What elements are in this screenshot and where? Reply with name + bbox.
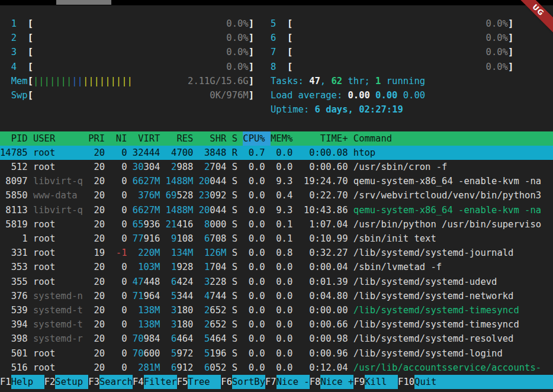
column-header-mem[interactable]: MEM% bbox=[271, 131, 292, 146]
cell-user: root bbox=[33, 361, 55, 375]
process-row-539[interactable]: 539systemd-t200138M31802652S0.00.00:00.0… bbox=[0, 303, 553, 317]
cell-mem: 0.0 bbox=[276, 160, 292, 174]
meter-bar: | bbox=[38, 74, 44, 88]
process-row-394[interactable]: 394systemd-t200138M31802652S0.00.00:00.6… bbox=[0, 317, 553, 332]
cell-res: 69 bbox=[166, 188, 177, 203]
window-top-strip bbox=[0, 0, 553, 5]
cpu6-meter-value: 0.0% bbox=[486, 31, 508, 45]
cell-virt: 448 bbox=[143, 275, 160, 289]
cell-res: 928 bbox=[176, 260, 193, 274]
cell-shr: 464 bbox=[210, 332, 226, 346]
cell-ni: 0 bbox=[121, 332, 127, 346]
cell-mem: 0.1 bbox=[276, 232, 292, 246]
cpu4-meter-label: 4 bbox=[11, 60, 17, 74]
meter-bar: | bbox=[78, 74, 83, 88]
cell-cmd: /usr/lib/accountsservice/accounts- bbox=[353, 361, 541, 375]
process-row-398[interactable]: 398systemd-r2007098464645464S0.00.00:00.… bbox=[0, 332, 553, 346]
cpu1-meter-label: 1 bbox=[11, 17, 17, 31]
process-row-353[interactable]: 353root200103M19281704S0.00.00:00.04/sbi… bbox=[0, 260, 553, 274]
process-row-512[interactable]: 512root2003030429882704S0.00.00:00.60/us… bbox=[0, 160, 553, 174]
cell-shr: 8 bbox=[204, 217, 210, 232]
fn-nice--[interactable]: F7Nice - bbox=[265, 375, 310, 389]
cell-cmd: /lib/systemd/systemd-journald bbox=[353, 246, 514, 260]
cell-shr: 228 bbox=[210, 275, 226, 289]
cell-res: 5 bbox=[171, 346, 176, 361]
fn-sortby[interactable]: F6SortBy bbox=[221, 375, 265, 389]
cell-user: systemd-r bbox=[33, 332, 83, 346]
cell-s: S bbox=[232, 332, 237, 346]
cell-s: S bbox=[232, 246, 237, 260]
cell-ni: 0 bbox=[121, 217, 127, 232]
cell-cmd: /lib/systemd/systemd-timesyncd bbox=[353, 303, 519, 317]
cell-ni: 0 bbox=[121, 188, 127, 203]
fn-filter[interactable]: F4Filter bbox=[133, 375, 177, 389]
column-header-pri[interactable]: PRI bbox=[88, 131, 105, 146]
cell-pri: 20 bbox=[94, 361, 105, 375]
cell-shr: 704 bbox=[210, 160, 226, 174]
process-row-376[interactable]: 376systemd-n2007196453444744S0.00.00:04.… bbox=[0, 289, 553, 303]
column-header-cpu[interactable]: CPU% bbox=[243, 131, 271, 146]
cell-virt: 103M bbox=[138, 260, 160, 274]
bracket-open: [ bbox=[287, 60, 292, 74]
fn-nice-+[interactable]: F8Nice + bbox=[310, 375, 354, 389]
cpu2-meter-label: 2 bbox=[11, 31, 17, 45]
cell-mem: 0.8 bbox=[276, 246, 292, 260]
column-header-user[interactable]: USER bbox=[33, 131, 55, 146]
cell-ni: -1 bbox=[116, 246, 127, 260]
fn-tree[interactable]: F5Tree bbox=[177, 375, 221, 389]
bracket-close: ] bbox=[249, 88, 254, 102]
column-header-cmd[interactable]: Command bbox=[353, 131, 392, 146]
fn-quit[interactable]: F10Quit bbox=[398, 375, 553, 389]
column-header-ni[interactable]: NI bbox=[116, 131, 127, 146]
process-row-8097[interactable]: 8097libvirt-q2006627M1488M20044S0.09.319… bbox=[0, 174, 553, 188]
tasks-summary: 47 bbox=[309, 74, 320, 88]
cell-cmd: /usr/bin/python /usr/bin/superviso bbox=[353, 217, 541, 232]
process-row-331[interactable]: 331root19-1220M134M126MS0.00.80:32.27/li… bbox=[0, 246, 553, 260]
bracket-close: ] bbox=[249, 45, 254, 59]
cell-cpu: 0.0 bbox=[249, 361, 265, 375]
cpu7-meter-value: 0.0% bbox=[486, 45, 508, 59]
uptime-row: Uptime: 6 days, 02:27:19 bbox=[0, 102, 553, 117]
scrollbar-thumb[interactable] bbox=[56, 0, 111, 5]
process-row-1[interactable]: 1root2007791691086708S0.00.10:10.99/sbin… bbox=[0, 232, 553, 246]
cell-cmd: /lib/systemd/systemd-timesyncd bbox=[353, 317, 519, 332]
cell-pri: 20 bbox=[94, 160, 105, 174]
fn-action-label: Nice - bbox=[276, 375, 310, 389]
cell-cmd: /lib/systemd/systemd-udevd bbox=[353, 275, 497, 289]
process-row-8113[interactable]: 8113libvirt-q2006627M1488M20044S0.09.310… bbox=[0, 203, 553, 217]
tasks-summary: thr; bbox=[342, 74, 375, 88]
fn-setup[interactable]: F2Setup bbox=[44, 375, 89, 389]
process-row-5850[interactable]: 5850www-data200376M6952823092S0.00.40:22… bbox=[0, 188, 553, 203]
cell-shr: 2 bbox=[204, 303, 210, 317]
cell-shr: 044 bbox=[210, 174, 226, 188]
column-header-res[interactable]: RES bbox=[176, 131, 193, 146]
column-header-shr[interactable]: SHR bbox=[210, 131, 226, 146]
cell-pri: 20 bbox=[94, 317, 105, 332]
fn-search[interactable]: F3Search bbox=[88, 375, 133, 389]
cell-mem: 0.0 bbox=[276, 146, 292, 160]
process-row-5819[interactable]: 5819root20065936214168000S0.00.11:07.04/… bbox=[0, 217, 553, 232]
column-header-pid[interactable]: PID bbox=[11, 131, 28, 146]
process-row-516[interactable]: 516root200281M69126052S0.00.00:12.04/usr… bbox=[0, 361, 553, 375]
table-header: PIDUSERPRINIVIRTRESSHRSCPU% MEM%TIME+Com… bbox=[0, 131, 553, 146]
process-row-355[interactable]: 355root2004744864243228S0.00.00:01.39/li… bbox=[0, 275, 553, 289]
column-header-virt[interactable]: VIRT bbox=[138, 131, 160, 146]
swap-meter-label: Swp bbox=[11, 88, 28, 102]
column-header-time[interactable]: TIME+ bbox=[320, 131, 348, 146]
fn-kill[interactable]: F9Kill bbox=[353, 375, 398, 389]
column-header-s[interactable]: S bbox=[232, 131, 237, 146]
fn-key-label: F7 bbox=[265, 375, 276, 389]
fn-help[interactable]: F1Help bbox=[0, 375, 44, 389]
cell-res: 528 bbox=[176, 188, 193, 203]
cell-ni: 0 bbox=[121, 146, 127, 160]
cpu1-meter-value: 0.0% bbox=[226, 17, 248, 31]
cell-ni: 0 bbox=[121, 317, 127, 332]
cell-res: 3 bbox=[171, 303, 176, 317]
load-average: Load average: bbox=[271, 88, 348, 102]
cell-res: 4700 bbox=[171, 146, 193, 160]
process-row-14785[interactable]: 14785root2003244447003848R0.70.00:00.08h… bbox=[0, 146, 553, 160]
cell-virt: 281M bbox=[138, 361, 160, 375]
meter-bar: | bbox=[55, 74, 60, 88]
process-row-501[interactable]: 501root2007060059725196S0.00.00:00.96/li… bbox=[0, 346, 553, 361]
cell-mem: 0.0 bbox=[276, 361, 292, 375]
